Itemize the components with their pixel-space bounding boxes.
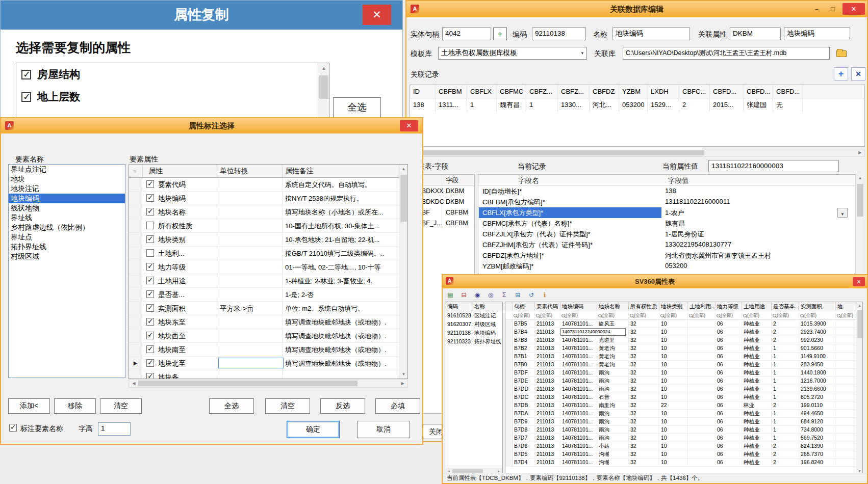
scrollbar-thumb[interactable] [138,381,358,386]
attribute-row[interactable]: ▶ 土地利... 按GB/T 21010填写二级类编码。.. [129,247,399,260]
close-icon[interactable]: ✕ [853,277,865,286]
delete-record-button[interactable]: ✕ [851,67,865,80]
refresh-icon[interactable]: ↺ [526,290,537,299]
col-header[interactable]: 地块类别 [659,302,688,311]
name-input[interactable]: 地块编码 [612,28,690,40]
field-row[interactable]: CBFBM[承包方编码]* 131181102216000011 ▼ [478,197,855,207]
checkbox-icon[interactable] [146,249,154,257]
select-all-button[interactable]: 全选 [333,97,381,118]
scrollbar-thumb[interactable] [419,150,704,155]
table-row[interactable]: 138 1311... 1 魏有昌 1 1330... 河北... 053200… [410,98,864,112]
scroll-right-icon[interactable]: ▶ [399,380,406,387]
col-header[interactable]: 是否基本... [772,302,799,311]
col-header[interactable]: CBFLX [467,85,497,98]
checkbox-icon[interactable] [146,194,154,202]
checkbox-icon[interactable] [21,92,31,102]
filter-cell[interactable]: (全部) [597,311,629,320]
attribute-row[interactable]: ▶ 地块类别 10-承包地块; 21-自留地; 22-机... [129,233,399,247]
scroll-up-icon[interactable]: ▲ [318,63,329,73]
minimize-icon[interactable]: – [809,3,824,15]
field-row[interactable]: ID[自动增长]* 138 ▼ [478,186,855,197]
field-row[interactable]: CBFZJHM[承包方（代表）证件号码]* 133022195408130777… [478,239,855,250]
attribute-row[interactable]: ▶ 地力等级 01-一等地, 02-二等地…, 10-十等 [129,260,399,274]
attribute-row[interactable]: ▶ 地块名称 填写地块名称（小地名）或所在... [129,205,399,219]
table-row[interactable]: B7D4 211013 140781101... 沟塮 32 10 06 种植业… [505,459,862,467]
checkbox-icon[interactable] [146,359,154,367]
attr-copy-titlebar[interactable]: 属性复制 ✕ [1,1,402,30]
table-row[interactable]: B7DC 211013 140781101... 石普 32 10 06 种植业… [505,393,862,401]
clear-button[interactable]: 清空 [265,398,310,414]
template-lib-select[interactable]: 土地承包权属数据库模板 ▼ [438,47,587,60]
checkbox-icon[interactable] [146,180,154,188]
info-icon[interactable]: ℹ [540,290,550,299]
attributes-vscrollbar[interactable]: ▲ ▼ [399,165,407,379]
col-header-name[interactable]: 名称 [474,303,485,310]
col-header[interactable]: CBFD... [773,85,803,98]
feature-item[interactable]: 92110138 地块编码 [445,329,502,337]
scroll-up-icon[interactable]: ▲ [856,174,864,182]
attribute-row[interactable]: ▶ 地块编码 按NY/T 2538的规定执行。 [129,192,399,205]
filter-cell[interactable]: (全部) [742,311,772,320]
field-row[interactable]: CBFZJLX[承包方（代表）证件类型]* 1-居民身份证 ▼ [478,229,855,239]
clear-left-button[interactable]: 清空 [100,398,142,414]
scrollbar-thumb[interactable] [857,310,862,338]
list-item[interactable]: 地上层数 [16,86,329,108]
invert-button[interactable]: 反选 [320,398,365,414]
grid-vscrollbar[interactable]: ▲ ▼ [856,302,862,474]
table-row[interactable]: B7B1 211013 140781101... 黄老沟 32 10 06 种植… [505,353,862,361]
scroll-left-icon[interactable]: ◀ [130,380,138,387]
filter-cell[interactable]: (全部) [799,311,836,320]
combo-button[interactable]: ▼ [837,208,848,218]
scrollbar-thumb[interactable] [319,75,328,99]
table-row[interactable]: B7B2 211013 140781101... 黄老沟 32 10 06 种植… [505,344,862,353]
checkbox-icon[interactable] [146,222,154,229]
field-row[interactable]: YZBM[邮政编码]* 053200 ▼ [478,261,855,272]
element-item[interactable]: 线状地物 [9,203,125,213]
filter-cell[interactable]: (全部) [629,311,659,320]
font-height-input[interactable]: 1 [98,422,131,436]
scroll-down-icon[interactable]: ▼ [399,370,408,379]
scroll-right-icon[interactable]: ▶ [856,149,863,156]
col-header[interactable]: CBFDZ [590,85,619,98]
cancel-button[interactable]: 取消 [357,421,410,438]
col-header[interactable]: 所有权性质 [629,302,659,311]
field-row[interactable]: CBFLX[承包方类型]* 1-农户 ▼ [478,207,855,218]
element-item[interactable]: 拓扑界址线 [9,242,125,252]
annotate-name-checkbox[interactable] [9,424,17,432]
feature-item[interactable]: 91610528 区域注记 [445,311,502,320]
filter-cell[interactable]: (全部) [659,311,688,320]
col-header-remark[interactable]: 属性备注 [285,167,314,176]
records-hscrollbar[interactable]: ◀ ▶ [410,149,865,157]
col-header[interactable]: 土地用途 [742,302,772,311]
find-replace-icon[interactable]: ◎ [486,290,496,299]
attribute-row[interactable]: ▶ 地块西至 填写调查地块毗邻地块（或地物）. [129,329,399,343]
col-header[interactable]: 土地利用... [688,302,716,311]
table-row[interactable]: B7D5 211013 140781101... 沟塮 32 10 06 种植业… [505,450,862,459]
col-header[interactable]: CBFMC [497,85,526,98]
unit-edit-input[interactable] [218,358,284,368]
filter-cell[interactable]: (全部) [688,311,716,320]
add-record-button[interactable]: + [834,67,848,80]
table-row[interactable]: B7DB 211013 140781101... 南里沟 32 22 06 林业… [505,401,862,410]
feature-item[interactable]: 92110323 拓扑界址线 [445,337,502,346]
attribute-row[interactable]: ▶ 所有权性质 10-国有土地所有权; 30-集体土... [129,219,399,233]
element-item[interactable]: 界址线 [9,213,125,223]
add-button[interactable]: 添加< [8,398,50,414]
filter-cell[interactable]: (全部) [560,311,597,320]
col-header-unit[interactable]: 单位转换 [220,167,248,176]
table-row[interactable]: B7B0 211013 140781101... 黄老沟 32 10 06 种植… [505,361,862,369]
chevron-down-icon[interactable]: ▼ [580,47,584,59]
col-header[interactable]: 句柄 [513,302,535,311]
col-header[interactable]: CBFBM [436,85,467,98]
attribute-row[interactable]: ▶ 是否基... 1-是; 2-否 [129,288,399,302]
col-header[interactable]: CBFC... [679,85,710,98]
table-row[interactable]: B7B5 211013 140781101... 旋风玉 32 10 06 种植… [505,320,862,328]
checkbox-icon[interactable] [146,304,154,312]
feature-item[interactable]: 91620307 村级区域 [445,320,502,329]
table-row[interactable]: B7B3 211013 140781101... 光道里 32 10 06 种植… [505,336,862,344]
select-all-button[interactable]: 全选 [209,398,254,414]
table-row[interactable]: B7DE 211013 140781101... 雨沟 32 10 06 种植业… [505,377,862,385]
element-item[interactable]: 地块编码 [9,194,125,203]
close-icon[interactable]: ✕ [843,3,865,15]
element-item[interactable]: 界址点 [9,232,125,242]
